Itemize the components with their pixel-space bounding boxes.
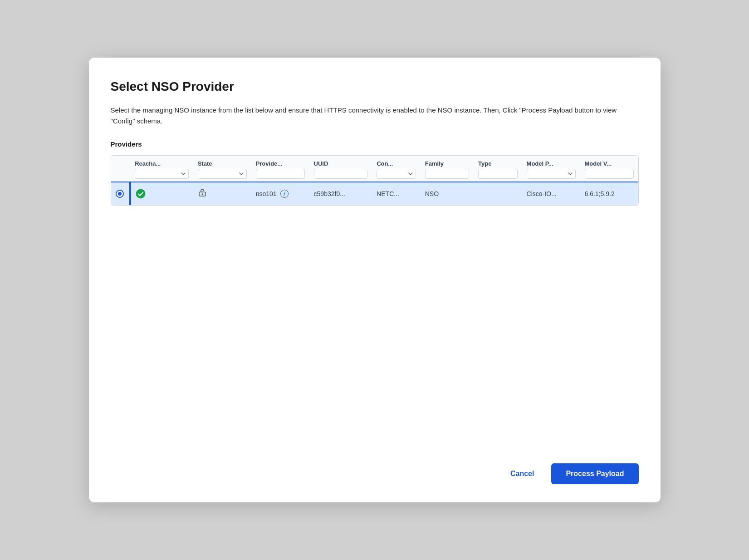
col-header-family: Family (421, 156, 474, 182)
col-header-modelp: Model P... (522, 156, 580, 182)
col-header-provider: Provide... (251, 156, 309, 182)
provider-name: nso101 (256, 190, 277, 197)
svg-point-2 (201, 193, 203, 195)
col-header-type: Type (474, 156, 522, 182)
row-modelv-cell: 6.6.1;5.9.2 (580, 182, 638, 205)
dialog-title: Select NSO Provider (111, 79, 639, 94)
col-header-state: State (193, 156, 251, 182)
filter-state[interactable] (198, 169, 247, 179)
row-provider-cell: nso101 i (251, 182, 309, 205)
col-header-select (111, 156, 131, 182)
cancel-button[interactable]: Cancel (502, 465, 542, 482)
col-header-con: Con... (372, 156, 421, 182)
table-row[interactable]: nso101 i c59b32f0... NETC... NSO Cisco-I… (111, 182, 638, 205)
dialog-description: Select the managing NSO instance from th… (111, 105, 639, 127)
filter-con[interactable] (377, 169, 416, 179)
filter-modelv[interactable] (585, 169, 634, 179)
row-con-cell: NETC... (372, 182, 421, 205)
filter-reachability[interactable] (135, 169, 189, 179)
filter-family[interactable] (425, 169, 469, 179)
row-type-cell (474, 182, 522, 205)
filter-modelp[interactable] (527, 169, 576, 179)
filter-provider[interactable] (256, 169, 305, 179)
row-state-cell (193, 182, 251, 205)
col-header-uuid: UUID (309, 156, 372, 182)
filter-type[interactable] (478, 169, 518, 179)
lock-open-icon (198, 190, 207, 199)
col-header-reachability: Reacha... (130, 156, 193, 182)
radio-button[interactable] (116, 190, 124, 198)
process-payload-button[interactable]: Process Payload (551, 463, 638, 484)
row-reachability-cell (130, 182, 193, 205)
row-family-cell: NSO (421, 182, 474, 205)
row-modelp-cell: Cisco-IO... (522, 182, 580, 205)
providers-table-wrapper: Reacha... State (111, 155, 639, 206)
info-icon[interactable]: i (280, 190, 289, 198)
providers-table: Reacha... State (111, 156, 638, 205)
dialog: Select NSO Provider Select the managing … (89, 58, 661, 502)
col-header-modelv: Model V... (580, 156, 638, 182)
row-uuid-cell: c59b32f0... (309, 182, 372, 205)
reachability-check-icon (136, 189, 189, 199)
filter-uuid[interactable] (314, 169, 368, 179)
svg-point-0 (136, 189, 145, 198)
providers-section-label: Providers (111, 140, 639, 148)
row-select-cell[interactable] (111, 182, 131, 205)
dialog-footer: Cancel Process Payload (111, 445, 639, 484)
